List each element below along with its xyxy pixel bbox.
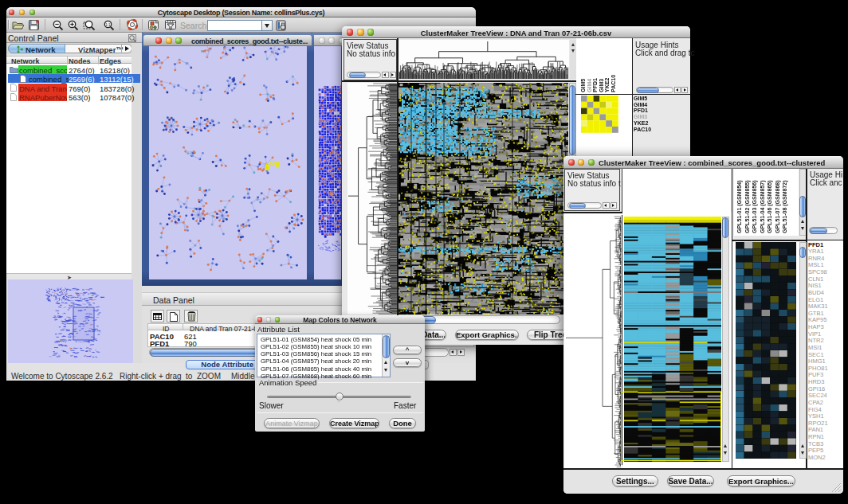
svg-text:1:1: 1:1 — [105, 22, 111, 26]
